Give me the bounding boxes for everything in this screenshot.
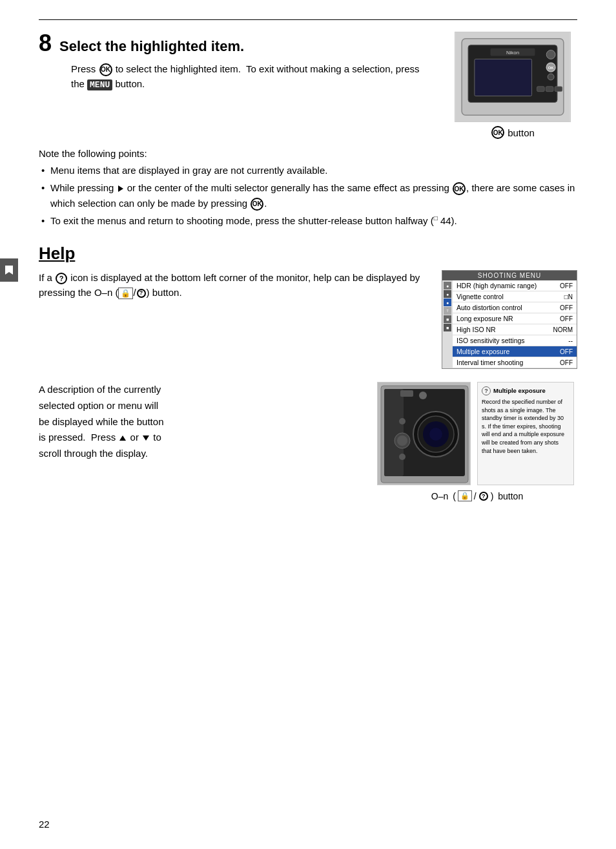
help-description: A description of the currently selected … — [39, 382, 364, 462]
camera-svg: Nikon OK — [455, 32, 570, 121]
camera-image: Nikon OK — [455, 32, 571, 122]
paren-open: ( — [450, 491, 456, 501]
svg-rect-17 — [384, 389, 404, 476]
svg-point-6 — [546, 50, 555, 59]
help-bottom: A description of the currently selected … — [39, 382, 577, 501]
side-tab-5: ■ — [444, 315, 451, 323]
button-text: button — [508, 127, 535, 138]
step-number: 8 — [39, 32, 52, 55]
top-divider — [39, 19, 577, 20]
ok-icon: OK — [491, 126, 504, 139]
menu-row-interval: Interval timer shooting OFF — [453, 357, 577, 368]
menu-row-vignette: Vignette control □N — [453, 291, 577, 302]
svg-rect-5 — [475, 59, 532, 96]
shooting-menu: SHOOTING MENU ● ● ● T ■ ■ HDR (high dyna… — [442, 270, 577, 369]
q-key-icon: ? — [479, 492, 488, 501]
bottom-btn-word: button — [495, 491, 523, 501]
side-tab-6: ■ — [444, 324, 451, 331]
bookmark-tab — [0, 258, 18, 282]
step-header: 8 Select the highlighted item. — [39, 32, 435, 55]
help-box-title: ? Multiple exposure — [482, 386, 570, 395]
help-top: If a ? icon is displayed at the bottom l… — [39, 270, 577, 369]
menu-row-highiso: High ISO NR NORM — [453, 324, 577, 335]
ok-ref-3: OK — [251, 198, 263, 211]
step-title: Select the highlighted item. — [59, 38, 244, 55]
bottom-button-label: O–n ( 🔒 / ? ) button — [431, 490, 523, 501]
svg-rect-11 — [555, 87, 562, 92]
side-tabs: ● ● ● T ■ ■ — [442, 280, 453, 368]
menu-button-label: MENU — [87, 79, 112, 90]
help-text-box: ? Multiple exposure Record the specified… — [477, 382, 574, 485]
svg-point-8 — [548, 74, 554, 80]
section-8-right: Nikon OK OK button — [448, 32, 577, 139]
svg-point-21 — [429, 428, 442, 441]
svg-point-27 — [399, 454, 406, 460]
svg-point-25 — [397, 435, 407, 446]
menu-row-longexposure: Long exposure NR OFF — [453, 313, 577, 324]
section-8: 8 Select the highlighted item. Press OK … — [39, 32, 577, 139]
menu-row-iso: ISO sensitivity settings -- — [453, 335, 577, 346]
help-box-body: Record the specified number of shots as … — [482, 398, 570, 455]
question-icon: ? — [56, 273, 67, 284]
section-8-left: 8 Select the highlighted item. Press OK … — [39, 32, 435, 139]
q-icon-small: ? — [137, 289, 146, 298]
help-box-q-icon: ? — [482, 386, 491, 395]
menu-row-distortion: Auto distortion control OFF — [453, 302, 577, 313]
protect-key-icon: 🔒 — [458, 490, 472, 501]
svg-rect-9 — [537, 87, 544, 92]
svg-text:OK: OK — [548, 66, 555, 70]
key-symbol: O–n — [431, 491, 448, 501]
menu-row-hdr: HDR (high dynamic range) OFF — [453, 280, 577, 291]
step-body: Press OK to select the highlighted item.… — [71, 61, 435, 92]
menu-row-multiple: Multiple exposure OFF — [453, 346, 577, 357]
side-tab-4: T — [444, 307, 451, 315]
svg-point-23 — [419, 392, 427, 399]
help-box-title-text: Multiple exposure — [493, 386, 546, 395]
svg-text:Nikon: Nikon — [506, 50, 519, 56]
camera-photo-svg — [378, 383, 471, 485]
page-number: 22 — [39, 819, 50, 830]
ok-ref-2: OK — [453, 182, 466, 195]
page-ref-icon: □ — [434, 215, 438, 222]
notes-intro: Note the following points: — [39, 148, 577, 159]
ok-button-label: OK button — [491, 126, 535, 139]
up-arrow-icon — [119, 435, 126, 441]
right-arrow-icon — [118, 185, 123, 192]
svg-point-26 — [399, 418, 406, 424]
side-tab-1: ● — [444, 282, 451, 289]
side-tab-2: ● — [444, 290, 451, 298]
slash-separator: / — [474, 491, 477, 501]
ok-button-ref: OK — [99, 63, 112, 76]
paren-close: ) — [491, 491, 494, 501]
camera-photo — [377, 382, 471, 485]
help-title: Help — [39, 244, 577, 264]
bullet-item-2: While pressing or the center of the mult… — [39, 180, 577, 211]
bullet-item-3: To exit the menus and return to shooting… — [39, 213, 577, 228]
help-intro-text: If a ? icon is displayed at the bottom l… — [39, 270, 429, 369]
menu-content: ● ● ● T ■ ■ HDR (high dynamic range) OFF — [442, 280, 577, 368]
shooting-menu-wrap: SHOOTING MENU ● ● ● T ■ ■ HDR (high dyna… — [442, 270, 577, 369]
help-images-row: ? Multiple exposure Record the specified… — [377, 382, 577, 485]
protect-icon: 🔒 — [118, 288, 133, 299]
svg-rect-10 — [546, 87, 553, 92]
bookmark-icon — [3, 264, 15, 276]
down-arrow-icon — [143, 435, 149, 441]
notes-section: Note the following points: Menu items th… — [39, 148, 577, 228]
svg-rect-22 — [400, 390, 413, 397]
help-intro-paragraph: If a ? icon is displayed at the bottom l… — [39, 270, 429, 300]
bullet-list: Menu items that are displayed in gray ar… — [39, 163, 577, 228]
bullet-item-1: Menu items that are displayed in gray ar… — [39, 163, 577, 178]
help-section: Help If a ? icon is displayed at the bot… — [39, 244, 577, 501]
help-bottom-images: ? Multiple exposure Record the specified… — [377, 382, 577, 501]
help-bottom-text: A description of the currently selected … — [39, 382, 364, 462]
side-tab-3: ● — [444, 299, 451, 306]
step-description: Press OK to select the highlighted item.… — [71, 61, 435, 92]
shooting-menu-header: SHOOTING MENU — [442, 271, 577, 280]
menu-rows-container: HDR (high dynamic range) OFF Vignette co… — [453, 280, 577, 368]
